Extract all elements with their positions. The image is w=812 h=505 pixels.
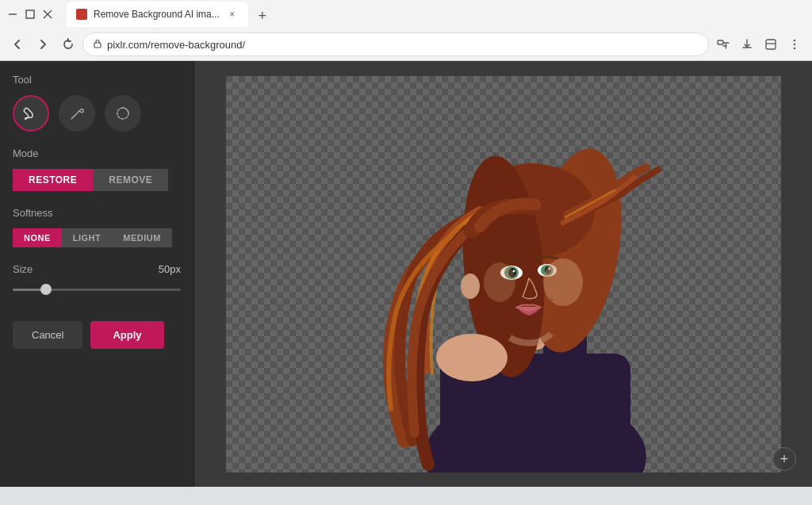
size-section: Size 50px (13, 263, 181, 297)
action-buttons: Cancel Apply (13, 321, 181, 349)
softness-buttons: NONE LIGHT MEDIUM (13, 228, 181, 247)
tool-icons (13, 95, 181, 132)
active-tab[interactable]: Remove Background AI ima... × (67, 2, 248, 27)
zoom-plus-button[interactable]: + (772, 447, 796, 471)
tab-favicon (76, 9, 87, 20)
lock-icon (93, 39, 102, 51)
browser-toolbar (0, 29, 812, 60)
mode-section: Mode RESTORE REMOVE (13, 147, 181, 191)
svg-point-32 (436, 334, 508, 381)
svg-point-9 (794, 48, 795, 49)
svg-rect-1 (26, 10, 34, 18)
address-bar[interactable] (82, 33, 709, 56)
svg-point-31 (550, 298, 553, 301)
browser-chrome: Remove Background AI ima... × + (0, 0, 812, 61)
svg-point-28 (461, 274, 480, 299)
restore-mode-button[interactable]: RESTORE (13, 169, 93, 191)
brush-tool-button[interactable] (13, 95, 49, 132)
svg-point-7 (794, 40, 795, 41)
size-value: 50px (159, 263, 181, 275)
svg-rect-6 (766, 40, 776, 49)
sidebar: Tool (0, 61, 194, 487)
cancel-button[interactable]: Cancel (13, 321, 82, 349)
apply-button[interactable]: Apply (90, 321, 163, 349)
subject-image (226, 76, 781, 472)
svg-rect-5 (718, 40, 723, 44)
mode-section-label: Mode (13, 147, 181, 159)
new-tab-button[interactable]: + (251, 5, 274, 27)
canvas-wrapper (226, 76, 781, 472)
remove-mode-button[interactable]: REMOVE (93, 169, 168, 191)
softness-section: Softness NONE LIGHT MEDIUM (13, 207, 181, 247)
slider-thumb[interactable] (40, 284, 52, 295)
softness-none-button[interactable]: NONE (13, 228, 62, 247)
svg-point-8 (794, 44, 795, 45)
softness-light-button[interactable]: LIGHT (62, 228, 113, 247)
translate-button[interactable] (712, 33, 734, 55)
color-picker-tool-button[interactable] (59, 95, 95, 132)
checkerboard-background (226, 76, 781, 472)
profile-button[interactable] (760, 33, 782, 55)
softness-section-label: Softness (13, 207, 181, 219)
toolbar-actions (712, 33, 806, 55)
minimize-button[interactable] (6, 8, 19, 21)
tab-close-button[interactable]: × (226, 8, 239, 21)
svg-rect-4 (94, 43, 101, 48)
download-button[interactable] (736, 33, 758, 55)
menu-button[interactable] (783, 33, 806, 55)
size-label: Size (13, 263, 33, 275)
slider-track (13, 289, 181, 291)
tool-section-label: Tool (13, 74, 181, 86)
svg-point-30 (484, 262, 515, 302)
size-slider-container[interactable] (13, 281, 181, 297)
title-bar: Remove Background AI ima... × + (0, 0, 812, 29)
close-button[interactable] (41, 8, 54, 21)
lasso-tool-button[interactable] (105, 95, 141, 132)
svg-point-29 (543, 258, 583, 306)
canvas-area: + (194, 61, 812, 487)
tool-section: Tool (13, 74, 181, 132)
tab-title: Remove Background AI ima... (94, 9, 220, 20)
window-controls (6, 8, 54, 21)
size-header: Size 50px (13, 263, 181, 275)
softness-medium-button[interactable]: MEDIUM (112, 228, 172, 247)
forward-button[interactable] (32, 33, 54, 55)
address-input[interactable] (107, 39, 699, 51)
svg-point-10 (25, 117, 27, 120)
app-container: Tool (0, 61, 812, 487)
maximize-button[interactable] (24, 8, 36, 21)
reload-button[interactable] (57, 33, 79, 55)
mode-buttons: RESTORE REMOVE (13, 169, 181, 191)
back-button[interactable] (6, 33, 29, 55)
tab-bar: Remove Background AI ima... × + (60, 2, 280, 27)
